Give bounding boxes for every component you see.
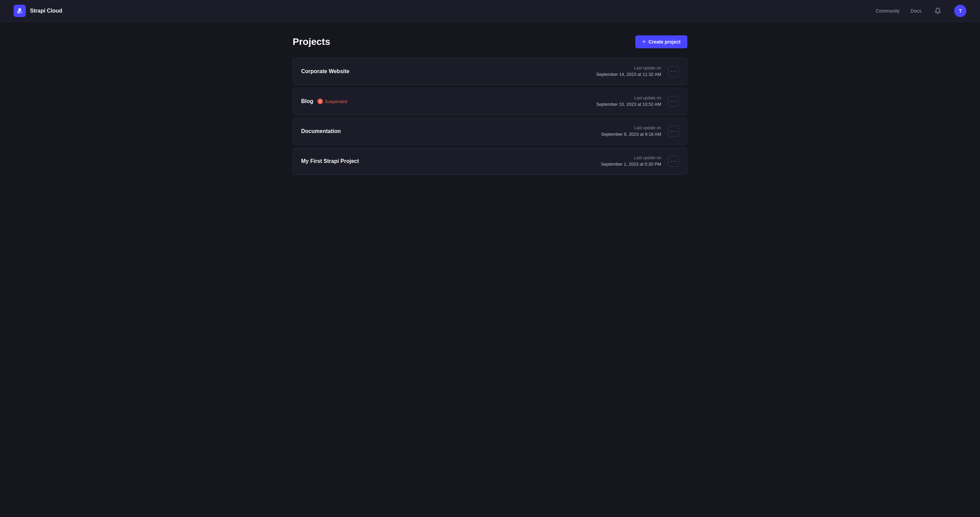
- nav-docs[interactable]: Docs: [911, 8, 921, 14]
- suspended-label: Suspended: [325, 99, 347, 104]
- last-update: Last update on September 6, 2023 at 9:18…: [601, 125, 661, 137]
- project-left: My First Strapi Project: [301, 158, 359, 164]
- nav-community[interactable]: Community: [875, 8, 900, 14]
- more-options-icon[interactable]: ···: [668, 156, 679, 167]
- project-list: Corporate Website Last update on Septemb…: [293, 58, 687, 175]
- project-right: Last update on September 1, 2023 at 5:30…: [601, 155, 679, 167]
- project-name: My First Strapi Project: [301, 158, 359, 164]
- header-left: Strapi Cloud: [14, 5, 62, 17]
- last-update-label: Last update on: [601, 155, 661, 160]
- last-update-date: September 14, 2023 at 11:32 AM: [596, 72, 661, 77]
- last-update: Last update on September 10, 2023 at 10:…: [596, 95, 661, 107]
- main-content: Projects + Create project Corporate Webs…: [286, 22, 694, 189]
- project-left: Documentation: [301, 128, 340, 134]
- brand-name: Strapi Cloud: [30, 8, 62, 14]
- page-header: Projects + Create project: [293, 35, 687, 48]
- create-project-button[interactable]: + Create project: [635, 35, 687, 48]
- project-name: Blog: [301, 98, 313, 105]
- avatar[interactable]: T: [954, 5, 966, 17]
- last-update-date: September 1, 2023 at 5:30 PM: [601, 162, 661, 167]
- last-update-label: Last update on: [601, 125, 661, 130]
- header-right: Community Docs T: [875, 5, 966, 17]
- table-row[interactable]: My First Strapi Project Last update on S…: [293, 147, 687, 175]
- more-options-icon[interactable]: ···: [668, 96, 679, 107]
- strapi-logo[interactable]: [14, 5, 26, 17]
- last-update-date: September 6, 2023 at 9:18 AM: [601, 132, 661, 137]
- header: Strapi Cloud Community Docs T: [0, 0, 980, 22]
- more-options-icon[interactable]: ···: [668, 66, 679, 77]
- page-title: Projects: [293, 36, 331, 47]
- more-options-icon[interactable]: ···: [668, 126, 679, 137]
- suspended-icon: !: [318, 98, 323, 104]
- suspended-badge: ! Suspended: [318, 98, 347, 104]
- last-update-label: Last update on: [596, 95, 661, 100]
- last-update-label: Last update on: [596, 66, 661, 70]
- last-update: Last update on September 1, 2023 at 5:30…: [601, 155, 661, 167]
- project-left: Blog ! Suspended: [301, 98, 347, 105]
- table-row[interactable]: Blog ! Suspended Last update on Septembe…: [293, 88, 687, 115]
- last-update: Last update on September 14, 2023 at 11:…: [596, 66, 661, 77]
- last-update-date: September 10, 2023 at 10:52 AM: [596, 102, 661, 107]
- project-right: Last update on September 6, 2023 at 9:18…: [601, 125, 679, 137]
- project-name: Corporate Website: [301, 68, 350, 75]
- bell-icon[interactable]: [932, 5, 943, 16]
- table-row[interactable]: Documentation Last update on September 6…: [293, 118, 687, 145]
- project-right: Last update on September 10, 2023 at 10:…: [596, 95, 679, 107]
- project-left: Corporate Website: [301, 68, 350, 75]
- project-name: Documentation: [301, 128, 340, 134]
- table-row[interactable]: Corporate Website Last update on Septemb…: [293, 58, 687, 85]
- project-right: Last update on September 14, 2023 at 11:…: [596, 66, 679, 77]
- plus-icon: +: [642, 39, 646, 45]
